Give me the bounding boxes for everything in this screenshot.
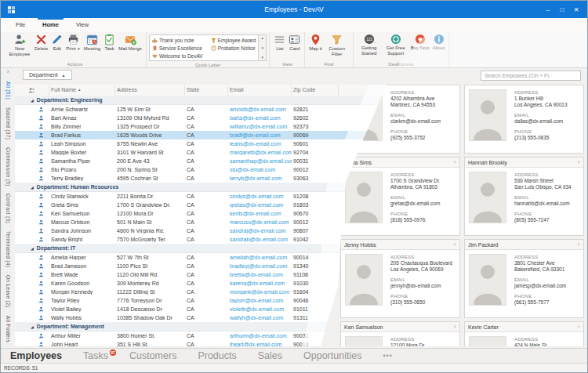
collapse-icon[interactable]: ˄: [577, 160, 580, 165]
cell-email-link[interactable]: morgank@dx-email.com: [228, 289, 292, 295]
cell-email-link[interactable]: violetb@dx-email.com: [228, 306, 292, 312]
card-header[interactable]: Hannah Brookly˄: [465, 158, 583, 168]
column-header-zip-code[interactable]: Zip Code: [292, 85, 339, 96]
sidebar-tab-all-51[interactable]: All (51): [5, 78, 11, 103]
nav-products[interactable]: Products: [198, 349, 236, 364]
column-header-address[interactable]: Address: [115, 85, 185, 96]
card-button[interactable]: Card: [287, 33, 302, 53]
about-button[interactable]: About: [431, 33, 447, 52]
cell-email-link[interactable]: bradleyj@dx-email.com: [228, 263, 292, 269]
employee-card-greta-sims[interactable]: Greta Sims˄ADDRESS1700 S Grandview Dr.Al…: [340, 157, 460, 236]
cell-email-link[interactable]: williamz@dx-email.com: [228, 124, 292, 129]
cell-email-link[interactable]: sandrab@dx-email.com: [228, 237, 292, 242]
group-by-department-button[interactable]: Department ▲: [23, 70, 72, 80]
grid-row-arnie-schwartz[interactable]: Arnie Schwartz125 W Elm StCAarnolds@dx-e…: [15, 105, 407, 114]
cell-email-link[interactable]: margaretb@dx-email.com: [228, 150, 292, 155]
tab-home[interactable]: Home: [34, 18, 67, 32]
card-header[interactable]: Greta Sims˄: [341, 158, 459, 168]
employee-card-hannah-brookly[interactable]: Hannah Brookly˄ADDRESS536 Marsh StreetSa…: [464, 157, 584, 236]
close-button[interactable]: ✕: [569, 6, 583, 13]
grid-row-brad-farkus[interactable]: Brad Farkus1635 Woods DriveCAbradf@dx-em…: [15, 131, 407, 139]
new-employee-button[interactable]: New Employee: [6, 33, 33, 57]
sidebar-tab-all-folders[interactable]: All Folders: [5, 312, 11, 346]
custom-filter-button[interactable]: Custom Filter: [324, 33, 350, 57]
nav-sales[interactable]: Sales: [258, 349, 282, 364]
cell-email-link[interactable]: cindys@dx-email.com: [228, 194, 292, 199]
cell-email-link[interactable]: samanthap@dx-email.com: [228, 158, 292, 164]
employee-card-ken-samuelson[interactable]: Ken Samuelson˄ADDRESS12100 Mora DrSanta …: [340, 321, 460, 346]
cell-email-link[interactable]: terryb@dx-email.com: [228, 176, 292, 181]
employee-card-jim-packard[interactable]: Jim Packard˄ADDRESS3801 Chester AveBaker…: [464, 239, 584, 318]
sidebar-tab-terminated-4[interactable]: Terminated (4): [5, 227, 11, 271]
probation-notice-gallery-item[interactable]: Probation Notice: [210, 45, 257, 51]
nav-employees[interactable]: Employees: [10, 349, 62, 364]
tab-view[interactable]: View: [67, 18, 97, 32]
map-it-button[interactable]: Map it: [307, 33, 323, 53]
thank-you-note-gallery-item[interactable]: Thank you note: [151, 38, 204, 43]
collapse-icon[interactable]: ˄: [577, 242, 580, 247]
cell-email-link[interactable]: barta@dx-email.com: [228, 115, 292, 121]
collapse-icon[interactable]: ˄: [577, 324, 580, 329]
service-excellence-gallery-item[interactable]: Service Excellence: [151, 45, 204, 51]
gallery-up-icon[interactable]: ▲: [261, 36, 264, 40]
column-header-full-name[interactable]: Full Name ▲: [49, 85, 115, 96]
card-header[interactable]: Jenny Hobbs˄: [341, 240, 459, 250]
cell-email-link[interactable]: brettw@dx-email.com: [228, 272, 292, 277]
grid-row-bart-arnaz[interactable]: Bart Arnaz13109 Old Myford RdCAbarta@dx-…: [15, 114, 407, 122]
nav-tasks[interactable]: Tasks87: [83, 349, 108, 364]
list-button[interactable]: List: [272, 33, 287, 53]
cell-email-link[interactable]: marcuso@dx-email.com: [228, 219, 292, 225]
employee-award-gallery-item[interactable]: Employee Award: [210, 38, 257, 43]
search-input[interactable]: [481, 71, 581, 81]
cell-email-link[interactable]: bradf@dx-email.com: [228, 132, 292, 138]
nav-opportunities[interactable]: Opportunities: [303, 349, 361, 364]
sidebar-tab-commission-5[interactable]: Commission (5): [5, 143, 11, 190]
mail-merge-button[interactable]: Mail Merge: [117, 33, 143, 53]
cell-email-link[interactable]: arnolds@dx-email.com: [228, 107, 292, 112]
column-header-state[interactable]: State: [185, 85, 228, 96]
collapse-icon[interactable]: ˄: [453, 160, 456, 165]
cell-email-link[interactable]: sandraj@dx-email.com: [228, 228, 292, 234]
cell-email-link[interactable]: leahs@dx-email.com: [228, 141, 292, 147]
task-button[interactable]: Task: [102, 33, 117, 53]
cell-email-link[interactable]: gretas@dx-email.com: [228, 202, 292, 208]
delete-button[interactable]: Delete: [33, 33, 49, 53]
grid-row-samantha-piper[interactable]: Samantha Piper200 E Ave 43CAsamanthap@dx…: [15, 157, 407, 165]
minimize-button[interactable]: –: [541, 6, 555, 13]
cell-email-link[interactable]: arthurm@dx-email.com: [228, 333, 292, 339]
gallery-down-icon[interactable]: ▼: [261, 46, 264, 50]
maximize-button[interactable]: □: [555, 6, 569, 13]
sidebar-tab-on-leave-2[interactable]: On Leave (2): [5, 271, 11, 312]
gallery-dropdown-icon[interactable]: ▼: [261, 56, 264, 60]
get-free-support-button[interactable]: Get Free Support: [383, 33, 409, 56]
cell-email-link[interactable]: kents@dx-email.com: [228, 211, 292, 216]
grid-row-maggie-boxter[interactable]: Maggie Boxter3101 W Harvard StCAmargaret…: [15, 148, 407, 157]
welcome-to-devav-gallery-item[interactable]: Welcome to DevAV: [151, 53, 204, 59]
sidebar-tab-contract-3[interactable]: Contract (3): [5, 190, 11, 227]
cell-email-link[interactable]: stu@dx-email.com: [228, 167, 292, 172]
cell-email-link[interactable]: jheart@dx-email.com: [228, 342, 292, 346]
card-header[interactable]: Ken Samuelson˄: [341, 322, 459, 332]
edit-button[interactable]: Edit: [49, 33, 64, 53]
employee-card-kevin-carter[interactable]: Kevin Carter˄ADDRESS424 N Main St.Los An…: [464, 321, 584, 346]
nav-more[interactable]: •••: [383, 349, 392, 364]
cell-email-link[interactable]: wallyh@dx-email.com: [228, 315, 292, 320]
print-button[interactable]: Print ▼: [64, 33, 82, 53]
getting-started-button[interactable]: 123Getting Started: [356, 33, 383, 56]
group-row-department-engineering[interactable]: ◢Department: Engineering: [15, 96, 407, 105]
card-header[interactable]: Kevin Carter˄: [465, 322, 583, 332]
grid-row-billy-zimmer[interactable]: Billy Zimmer1325 Prospect DrCAwilliamz@d…: [15, 122, 407, 131]
grid-row-leah-simpson[interactable]: Leah Simpson6755 Newlin AveCAleahs@dx-em…: [15, 139, 407, 148]
employee-card-jenny-hobbs[interactable]: Jenny Hobbs˄ADDRESS205 Chautauqua Boulev…: [340, 239, 460, 318]
tab-file[interactable]: File: [7, 18, 34, 32]
grid-row-stu-pizaro[interactable]: Stu Pizaro200 N. Spring StCAstu@dx-email…: [15, 165, 407, 174]
collapse-icon[interactable]: ˄: [453, 242, 456, 247]
employee-card[interactable]: ADDRESS1 Bunker HillLos Angeles, CA 9001…: [464, 85, 584, 154]
gallery-scrollbar[interactable]: ▲ ▼ ▼: [259, 34, 267, 61]
nav-customers[interactable]: Customers: [129, 349, 176, 364]
row-icon-column-header[interactable]: [15, 85, 49, 96]
cell-email-link[interactable]: taylorr@dx-email.com: [228, 298, 292, 303]
buy-now-button[interactable]: Buy Now: [409, 33, 431, 52]
meeting-button[interactable]: Meeting: [82, 33, 102, 53]
expand-chevron-icon[interactable]: ›: [7, 67, 9, 78]
